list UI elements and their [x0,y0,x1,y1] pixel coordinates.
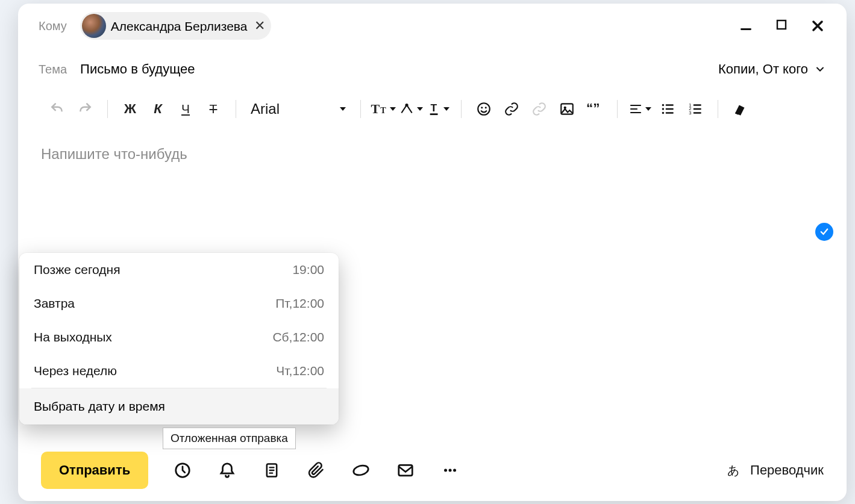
svg-text:あ: あ [727,464,739,477]
svg-text:T: T [431,101,437,113]
svg-rect-19 [399,465,413,476]
schedule-option-label: На выходных [34,330,112,344]
translator-label: Переводчик [750,462,824,478]
image-button[interactable] [553,98,581,120]
tooltip: Отложенная отправка [163,428,296,449]
svg-point-21 [449,469,452,472]
font-size-button[interactable]: TT [369,98,397,120]
schedule-popup: Позже сегодня 19:00 Завтра Пт,12:00 На в… [19,253,339,425]
schedule-option-label: Позже сегодня [34,263,121,277]
redo-button[interactable] [71,98,99,120]
subject-row: Тема Копии, От кого [18,48,847,90]
highlight-button[interactable] [397,98,425,120]
svg-text:“”: “” [586,101,600,116]
schedule-option-time: Пт,12:00 [275,296,324,311]
font-select[interactable]: Arial [245,101,352,117]
svg-point-22 [453,469,456,472]
schedule-custom[interactable]: Выбрать дату и время [19,388,339,425]
emoji-button[interactable] [470,98,498,120]
recipient-name: Александра Берлизева [111,20,248,33]
avatar [82,14,106,38]
undo-button[interactable] [43,98,71,120]
to-row: Кому Александра Берлизева ✕ [18,4,847,48]
font-name: Arial [251,101,280,117]
svg-point-12 [662,111,664,113]
attach-button[interactable] [306,460,327,481]
to-label: Кому [39,19,67,33]
chevron-down-icon [390,107,396,111]
chevron-down-icon [814,63,826,75]
chevron-down-icon [645,107,651,111]
schedule-option[interactable]: На выходных Сб,12:00 [19,320,339,354]
schedule-option[interactable]: Завтра Пт,12:00 [19,287,339,320]
copies-toggle[interactable]: Копии, От кого [718,61,826,77]
reminder-button[interactable] [217,460,237,481]
svg-point-10 [662,104,664,105]
svg-rect-0 [777,20,786,29]
maximize-icon[interactable] [774,17,789,34]
window-controls [738,17,826,34]
chevron-down-icon [443,107,449,111]
schedule-option-time: 19:00 [292,263,324,277]
svg-point-18 [352,464,369,477]
close-icon[interactable] [809,17,826,34]
compose-window: Кому Александра Берлизева ✕ Тема Копии, … [18,4,847,501]
translator-button[interactable]: あ Переводчик [726,462,824,479]
schedule-option-label: Завтра [34,296,75,311]
inbox-button[interactable] [395,460,416,481]
chevron-down-icon [340,107,346,111]
svg-point-11 [662,108,664,110]
translate-icon: あ [726,462,743,479]
signed-check-icon[interactable] [815,223,833,241]
svg-point-5 [481,107,483,108]
recipient-chip[interactable]: Александра Берлизева ✕ [80,12,272,40]
schedule-option-time: Чт,12:00 [276,364,324,378]
svg-rect-3 [430,113,438,115]
chevron-down-icon [417,107,423,111]
more-button[interactable] [440,460,460,481]
remove-recipient-icon[interactable]: ✕ [254,19,265,33]
formatting-toolbar: Ж К Ч Т Arial TT T [18,90,847,126]
number-list-button[interactable]: 123 [681,98,709,120]
clear-formatting-button[interactable] [727,98,754,120]
editor-placeholder: Напишите что-нибудь [41,146,187,162]
copies-label: Копии, От кого [718,61,808,77]
svg-text:3: 3 [689,110,691,115]
subject-label: Тема [39,63,67,76]
text-color-button[interactable]: T [425,98,453,120]
strikethrough-button[interactable]: Т [199,98,227,120]
svg-point-4 [478,103,490,115]
bullet-list-button[interactable] [654,98,681,120]
action-bar: Отправить あ Переводчик [18,441,847,501]
minimize-icon[interactable] [738,17,754,34]
subject-input[interactable] [80,61,442,77]
cloud-attach-button[interactable] [351,460,371,481]
svg-point-20 [444,469,447,472]
align-button[interactable] [626,98,654,120]
svg-point-6 [485,107,487,108]
schedule-option-label: Через неделю [34,364,117,378]
schedule-option-time: Сб,12:00 [272,330,324,344]
schedule-option[interactable]: Позже сегодня 19:00 [19,253,339,287]
unlink-button[interactable] [525,98,553,120]
svg-point-1 [405,103,408,106]
schedule-send-button[interactable] [172,460,193,481]
underline-button[interactable]: Ч [172,98,199,120]
template-button[interactable] [262,460,282,481]
bold-button[interactable]: Ж [116,98,144,120]
schedule-option[interactable]: Через неделю Чт,12:00 [19,354,339,388]
italic-button[interactable]: К [144,98,172,120]
send-button[interactable]: Отправить [41,452,148,489]
quote-button[interactable]: “” [581,98,609,120]
link-button[interactable] [498,98,525,120]
